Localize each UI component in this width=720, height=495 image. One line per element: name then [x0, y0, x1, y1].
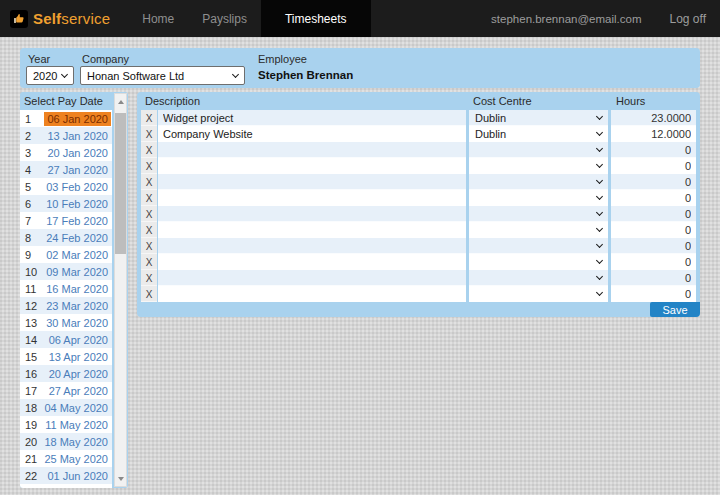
delete-row-button[interactable]: X	[141, 254, 157, 270]
cost-centre-select[interactable]	[469, 254, 608, 270]
description-input[interactable]	[158, 190, 466, 206]
pay-date-link[interactable]: 09 Mar 2020	[43, 265, 111, 279]
pay-date-row[interactable]: 18 04 May 2020	[20, 399, 112, 416]
pay-date-row[interactable]: 6 10 Feb 2020	[20, 195, 112, 212]
pay-date-row[interactable]: 11 16 Mar 2020	[20, 280, 112, 297]
hours-input[interactable]	[611, 142, 696, 158]
pay-date-link[interactable]: 10 Feb 2020	[43, 197, 111, 211]
pay-date-row[interactable]: 2 13 Jan 2020	[20, 127, 112, 144]
description-input[interactable]	[158, 206, 466, 222]
pay-date-link[interactable]: 16 Mar 2020	[43, 282, 111, 296]
app-logo[interactable]: Selfservice	[0, 0, 110, 37]
pay-date-row[interactable]: 12 23 Mar 2020	[20, 297, 112, 314]
scroll-down-icon[interactable]	[115, 471, 126, 486]
cost-centre-select[interactable]	[469, 142, 608, 158]
pay-date-link[interactable]: 01 Jun 2020	[44, 469, 111, 483]
pay-date-row[interactable]: 7 17 Feb 2020	[20, 212, 112, 229]
hours-input[interactable]	[611, 222, 696, 238]
cost-centre-select[interactable]	[469, 270, 608, 286]
pay-date-row[interactable]: 5 03 Feb 2020	[20, 178, 112, 195]
description-input[interactable]	[158, 254, 466, 270]
pay-date-row[interactable]: 21 25 May 2020	[20, 450, 112, 467]
description-input[interactable]	[158, 270, 466, 286]
company-select[interactable]: Honan Software Ltd	[80, 66, 245, 85]
cost-centre-select[interactable]	[469, 222, 608, 238]
delete-row-button[interactable]: X	[141, 270, 157, 286]
cost-centre-select[interactable]	[469, 158, 608, 174]
pay-date-link[interactable]: 27 Apr 2020	[46, 384, 111, 398]
nav-item-payslips[interactable]: Payslips	[188, 0, 261, 37]
pay-date-link[interactable]: 24 Feb 2020	[43, 231, 111, 245]
pay-date-row[interactable]: 13 30 Mar 2020	[20, 314, 112, 331]
pay-date-link[interactable]: 04 May 2020	[41, 401, 111, 415]
scrollbar-thumb[interactable]	[115, 113, 126, 254]
delete-row-button[interactable]: X	[141, 142, 157, 158]
pay-date-scrollbar[interactable]	[114, 93, 127, 487]
cost-centre-select[interactable]	[469, 190, 608, 206]
delete-row-button[interactable]: X	[141, 158, 157, 174]
delete-row-button[interactable]: X	[141, 174, 157, 190]
pay-date-link[interactable]: 11 May 2020	[42, 418, 111, 432]
description-input[interactable]	[158, 222, 466, 238]
pay-date-link[interactable]: 06 Jan 2020	[44, 112, 111, 126]
hours-input[interactable]	[611, 254, 696, 270]
delete-row-button[interactable]: X	[141, 126, 157, 142]
pay-date-link[interactable]: 17 Feb 2020	[43, 214, 111, 228]
pay-date-link[interactable]: 30 Mar 2020	[43, 316, 111, 330]
pay-date-link[interactable]: 06 Apr 2020	[46, 333, 111, 347]
hours-input[interactable]	[611, 206, 696, 222]
cost-centre-select[interactable]: Dublin	[469, 110, 608, 126]
nav-item-timesheets[interactable]: Timesheets	[261, 0, 371, 37]
description-input[interactable]	[158, 238, 466, 254]
pay-date-row[interactable]: 8 24 Feb 2020	[20, 229, 112, 246]
pay-date-link[interactable]: 23 Mar 2020	[43, 299, 111, 313]
pay-date-row[interactable]: 22 01 Jun 2020	[20, 467, 112, 484]
scroll-up-icon[interactable]	[115, 94, 126, 109]
pay-date-link[interactable]: 02 Mar 2020	[43, 248, 111, 262]
pay-date-row[interactable]: 14 06 Apr 2020	[20, 331, 112, 348]
pay-date-row[interactable]: 16 20 Apr 2020	[20, 365, 112, 382]
pay-date-row[interactable]: 1 06 Jan 2020	[20, 110, 112, 127]
pay-date-link[interactable]: 13 Jan 2020	[44, 129, 111, 143]
year-select[interactable]: 2020	[26, 66, 74, 85]
pay-date-row[interactable]: 17 27 Apr 2020	[20, 382, 112, 399]
description-input[interactable]	[158, 158, 466, 174]
hours-input[interactable]	[611, 110, 696, 126]
save-button[interactable]: Save	[650, 302, 700, 317]
pay-date-link[interactable]: 25 May 2020	[41, 452, 111, 466]
hours-input[interactable]	[611, 286, 696, 302]
description-input[interactable]	[158, 174, 466, 190]
cost-centre-select[interactable]: Dublin	[469, 126, 608, 142]
pay-date-link[interactable]: 20 Apr 2020	[46, 367, 111, 381]
pay-date-row[interactable]: 4 27 Jan 2020	[20, 161, 112, 178]
hours-input[interactable]	[611, 190, 696, 206]
pay-date-row[interactable]: 9 02 Mar 2020	[20, 246, 112, 263]
pay-date-row[interactable]: 19 11 May 2020	[20, 416, 112, 433]
pay-date-row[interactable]: 20 18 May 2020	[20, 433, 112, 450]
delete-row-button[interactable]: X	[141, 206, 157, 222]
delete-row-button[interactable]: X	[141, 190, 157, 206]
nav-item-home[interactable]: Home	[128, 0, 188, 37]
description-input[interactable]	[158, 126, 466, 142]
cost-centre-select[interactable]	[469, 206, 608, 222]
log-off-link[interactable]: Log off	[670, 12, 706, 26]
delete-row-button[interactable]: X	[141, 238, 157, 254]
description-input[interactable]	[158, 142, 466, 158]
cost-centre-select[interactable]	[469, 238, 608, 254]
pay-date-row[interactable]: 10 09 Mar 2020	[20, 263, 112, 280]
hours-input[interactable]	[611, 270, 696, 286]
pay-date-row[interactable]: 15 13 Apr 2020	[20, 348, 112, 365]
pay-date-link[interactable]: 03 Feb 2020	[43, 180, 111, 194]
description-input[interactable]	[158, 110, 466, 126]
pay-date-row[interactable]: 3 20 Jan 2020	[20, 144, 112, 161]
delete-row-button[interactable]: X	[141, 286, 157, 302]
pay-date-link[interactable]: 13 Apr 2020	[46, 350, 111, 364]
cost-centre-select[interactable]	[469, 286, 608, 302]
hours-input[interactable]	[611, 174, 696, 190]
hours-input[interactable]	[611, 238, 696, 254]
delete-row-button[interactable]: X	[141, 110, 157, 126]
cost-centre-select[interactable]	[469, 174, 608, 190]
hours-input[interactable]	[611, 158, 696, 174]
description-input[interactable]	[158, 286, 466, 302]
pay-date-link[interactable]: 27 Jan 2020	[44, 163, 111, 177]
